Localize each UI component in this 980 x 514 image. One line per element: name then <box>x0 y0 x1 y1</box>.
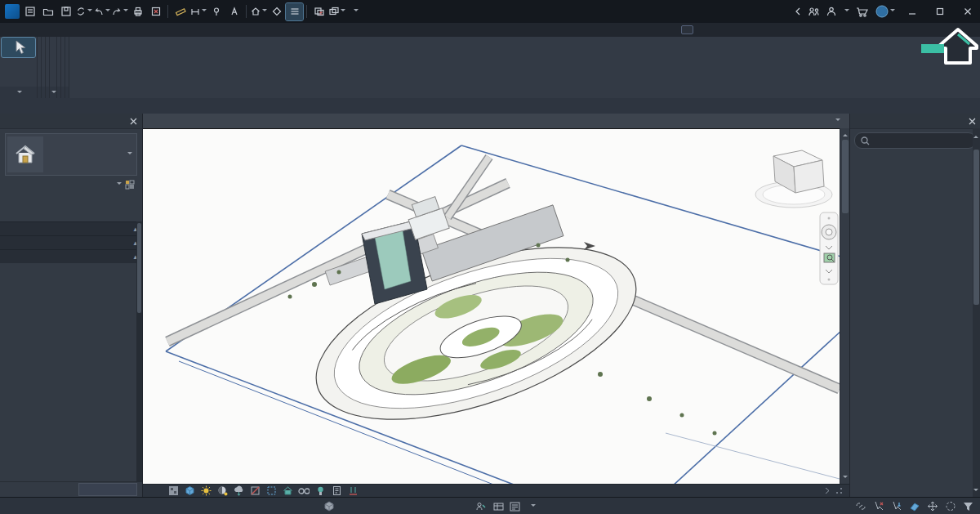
undo-icon[interactable] <box>93 3 110 20</box>
tag-icon[interactable] <box>207 3 225 20</box>
title-bar-right <box>795 0 978 23</box>
drag-on-selection-icon[interactable] <box>927 501 938 512</box>
text-icon[interactable] <box>225 3 243 20</box>
workset-list-icon[interactable] <box>510 502 520 512</box>
datum-panel-label <box>61 87 65 98</box>
quick-access-toolbar <box>3 3 363 20</box>
rendering-dialog-icon[interactable] <box>233 485 244 497</box>
store-cart-icon[interactable] <box>856 7 869 17</box>
exclude-options-icon[interactable] <box>945 501 956 512</box>
camera-section-header[interactable]: ▴ <box>0 249 142 263</box>
properties-close-icon[interactable] <box>130 118 137 125</box>
view-tab-bar <box>143 114 849 128</box>
apply-button[interactable] <box>78 483 137 496</box>
sign-in-button[interactable] <box>826 7 849 16</box>
switch-windows-icon[interactable] <box>328 3 345 20</box>
user-icon <box>826 7 836 16</box>
visual-style-icon[interactable] <box>184 485 195 497</box>
help-button[interactable] <box>875 5 895 18</box>
revit-logo[interactable] <box>3 3 20 20</box>
analytical-model-icon[interactable] <box>331 485 342 497</box>
unlocked-3d-view-icon[interactable] <box>282 485 293 497</box>
drawing-area[interactable] <box>143 128 840 485</box>
view-control-bar <box>143 484 849 497</box>
type-selector[interactable] <box>5 133 137 176</box>
select-underlay-icon[interactable] <box>873 501 884 512</box>
browser-search-input[interactable] <box>854 132 976 149</box>
crop-view-icon[interactable] <box>249 485 261 497</box>
model-cube-icon <box>323 500 335 512</box>
default-3d-view-icon[interactable] <box>250 3 267 20</box>
hide-isolate-icon[interactable] <box>298 485 310 497</box>
sync-icon[interactable] <box>75 3 92 20</box>
redo-icon[interactable] <box>111 3 128 20</box>
banvenhadep-logo <box>920 21 980 82</box>
maximize-button[interactable] <box>929 2 951 20</box>
section-icon[interactable] <box>268 3 285 20</box>
close-inactive-windows-icon[interactable] <box>310 3 327 20</box>
browser-scrollbar[interactable] <box>973 128 980 497</box>
extents-section-header[interactable]: ▴ <box>0 235 142 249</box>
view-tab-list-icon[interactable] <box>831 114 844 128</box>
select-links-icon[interactable] <box>855 501 866 512</box>
select-panel <box>0 37 38 98</box>
title-bar <box>0 0 980 23</box>
properties-scrollbar[interactable] <box>136 221 142 482</box>
build-panel-label <box>38 87 41 98</box>
search-icon <box>861 136 870 145</box>
work-plane-panel-label <box>65 87 69 98</box>
graphics-section-header[interactable]: ▴ <box>0 221 142 235</box>
work-plane-panel <box>65 37 69 98</box>
room-area-panel-label[interactable] <box>50 87 56 98</box>
sun-path-icon[interactable] <box>200 485 212 497</box>
print-icon[interactable] <box>129 3 146 20</box>
detail-level-icon[interactable] <box>167 485 179 497</box>
modify-arrow-icon <box>9 39 29 57</box>
options-bar <box>0 98 980 114</box>
select-panel-label[interactable] <box>0 87 37 98</box>
active-workset-dropdown[interactable] <box>526 504 536 509</box>
edit-type-button[interactable] <box>125 180 137 190</box>
project-browser <box>849 114 980 497</box>
view-type-icon <box>7 136 43 172</box>
user-group-icon[interactable] <box>808 7 820 16</box>
crop-region-visible-icon[interactable] <box>265 485 277 497</box>
reveal-constraints-icon[interactable] <box>347 485 359 497</box>
temporary-view-properties-icon[interactable] <box>314 485 326 497</box>
circulation-panel-label <box>42 87 45 98</box>
revit-window: ▴ ▴ ▴ <box>0 0 980 514</box>
close-button[interactable] <box>957 2 978 20</box>
ribbon <box>0 37 980 98</box>
ribbon-tab-bar <box>0 23 980 37</box>
measure-icon[interactable] <box>172 3 189 20</box>
resize-grip[interactable] <box>835 487 843 494</box>
opening-panel-label <box>57 87 60 98</box>
watermark-camera-icon <box>681 25 693 34</box>
select-pinned-icon[interactable] <box>891 501 902 512</box>
filter-button[interactable] <box>963 502 975 512</box>
worksets-dialog-icon[interactable] <box>493 502 504 512</box>
edit-type-icon <box>125 180 135 190</box>
model-panel-label <box>46 87 49 98</box>
open-icon[interactable] <box>39 3 56 20</box>
status-bar <box>0 497 980 514</box>
project-browser-close-icon[interactable] <box>969 118 976 125</box>
file-manager-icon[interactable] <box>21 3 38 20</box>
aligned-dimension-icon[interactable] <box>189 3 207 20</box>
customize-quick-access-icon[interactable] <box>346 3 363 20</box>
thin-lines-icon[interactable] <box>286 3 303 20</box>
save-icon[interactable] <box>57 3 74 20</box>
shadows-icon[interactable] <box>216 485 228 497</box>
minimize-button[interactable] <box>902 2 923 20</box>
close-document-icon[interactable] <box>147 3 164 20</box>
select-by-face-icon[interactable] <box>909 501 920 512</box>
properties-rows: ▴ ▴ ▴ <box>0 221 142 482</box>
editing-requests-button[interactable] <box>476 502 488 512</box>
modify-button[interactable] <box>2 38 35 57</box>
collapse-search-icon[interactable] <box>795 7 801 16</box>
room-area-panel <box>50 37 57 98</box>
viewbar-expand-icon[interactable] <box>824 487 831 494</box>
navigation-bar[interactable] <box>820 212 838 284</box>
3d-model-view[interactable] <box>143 129 840 485</box>
properties-panel: ▴ ▴ ▴ <box>0 114 143 497</box>
